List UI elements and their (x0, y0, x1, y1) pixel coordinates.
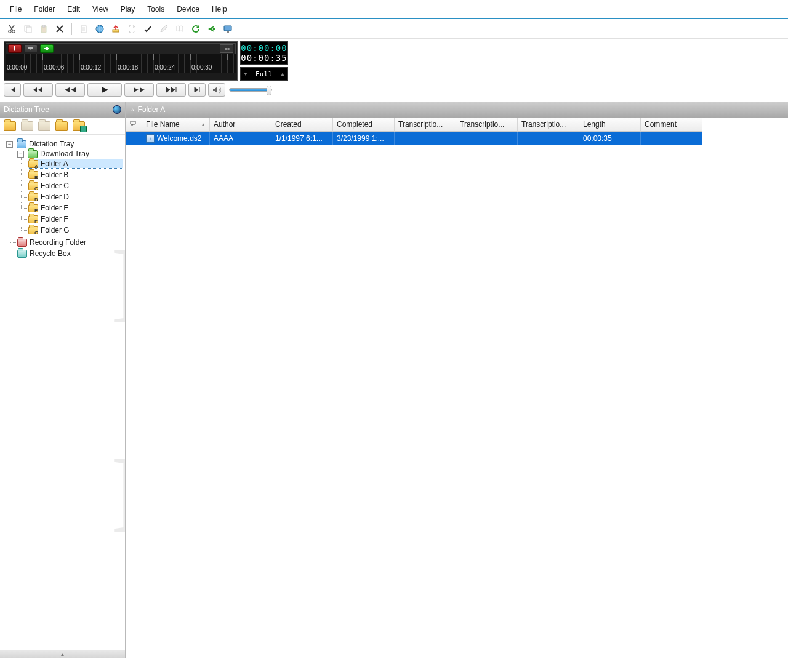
tree-label: Folder F (41, 215, 68, 223)
upload-icon[interactable] (109, 22, 123, 36)
tray-icon (17, 140, 26, 148)
volume-thumb[interactable] (267, 86, 271, 95)
check-icon[interactable] (141, 22, 155, 36)
tree-node-folder-c[interactable]: CFolder C (28, 182, 123, 190)
ruler-tick: 0:00:18 (116, 64, 153, 73)
col-flag[interactable] (126, 118, 142, 132)
separator (71, 23, 72, 35)
index-marker-button[interactable] (40, 44, 54, 53)
menu-edit[interactable]: Edit (61, 2, 86, 16)
ruler-tick: 0:00:06 (42, 64, 79, 73)
col-created[interactable]: Created (271, 118, 333, 132)
row-t3[interactable] (518, 132, 579, 145)
col-comment[interactable]: Comment (641, 118, 702, 132)
tree-label: Dictation Tray (29, 140, 74, 148)
menu-tools[interactable]: Tools (141, 2, 171, 16)
rewind-button[interactable] (55, 83, 85, 97)
menu-play[interactable]: Play (115, 2, 141, 16)
row-length[interactable]: 00:00:35 (579, 132, 641, 145)
forward-button[interactable] (124, 83, 154, 97)
folder-open-icon[interactable] (4, 121, 16, 131)
folder-icon[interactable] (55, 121, 68, 131)
content-panel: « Folder A File Name▲ Author Created Com… (126, 102, 788, 658)
zoom-full-button[interactable]: ▼ Full ▲ (240, 67, 288, 81)
tree-node-folder-g[interactable]: GFolder G (28, 226, 123, 234)
menu-folder[interactable]: Folder (28, 2, 61, 16)
row-created[interactable]: 1/1/1997 6:1... (271, 132, 333, 145)
tree-node-folder-e[interactable]: EFolder E (28, 204, 123, 212)
folder-icon: F (28, 215, 38, 223)
tree-label: Folder D (41, 193, 69, 201)
paste-icon[interactable] (37, 22, 50, 36)
refresh-tree-icon[interactable] (113, 105, 121, 114)
row-file-name[interactable]: ♪Welcome.ds2 (142, 132, 210, 145)
tree-node-folder-a[interactable]: AFolder A (28, 159, 123, 168)
tree-node-dictation-tray[interactable]: − Dictation Tray (6, 140, 123, 148)
screen-icon[interactable] (221, 22, 235, 36)
row-t1[interactable] (395, 132, 456, 145)
menu-file[interactable]: File (4, 2, 28, 16)
row-flag[interactable] (126, 132, 142, 145)
col-author[interactable]: Author (210, 118, 271, 132)
svg-point-0 (9, 30, 12, 33)
col-length[interactable]: Length (579, 118, 641, 132)
delete-icon[interactable] (53, 22, 66, 36)
sidebar-collapse-handle[interactable]: ▲ (0, 650, 125, 658)
audio-file-icon: ♪ (146, 134, 155, 143)
col-transcription-3[interactable]: Transcriptio... (518, 118, 579, 132)
row-completed[interactable]: 3/23/1999 1:... (333, 132, 395, 145)
tree-label: Folder A (41, 159, 68, 168)
menu-view[interactable]: View (86, 2, 115, 16)
edit-icon[interactable] (157, 22, 171, 36)
zoom-out-icon: ▲ (280, 71, 285, 77)
tree-label: Download Tray (40, 150, 89, 158)
folder-dim-icon[interactable] (21, 121, 33, 131)
play-button[interactable] (87, 83, 122, 97)
volume-slider[interactable] (229, 88, 272, 92)
collapse-icon[interactable]: − (17, 151, 24, 158)
sidebar-header: Dictation Tree (0, 102, 125, 118)
tree-node-folder-d[interactable]: DFolder D (28, 193, 123, 201)
convert-icon[interactable] (125, 22, 139, 36)
timeline-ruler[interactable]: 0:00:00 0:00:06 0:00:12 0:00:18 0:00:24 … (6, 54, 236, 73)
collapse-left-icon[interactable]: « (131, 106, 133, 113)
refresh-icon[interactable] (189, 22, 203, 36)
send-icon[interactable] (205, 22, 219, 36)
copy-icon[interactable] (21, 22, 34, 36)
intranet-icon[interactable] (93, 22, 107, 36)
zoom-label: Full (255, 71, 273, 78)
skip-end-button[interactable] (188, 83, 206, 97)
folder-dim-icon[interactable] (38, 121, 50, 131)
col-transcription-1[interactable]: Transcriptio... (395, 118, 456, 132)
tree-node-recycle-box[interactable]: Recycle Box (17, 249, 123, 258)
flag-icon (130, 121, 137, 128)
dictation-tree: − Dictation Tray − Download Tray (0, 135, 125, 650)
tree-node-folder-f[interactable]: FFolder F (28, 215, 123, 223)
lock-icon[interactable]: ⫘ (220, 44, 233, 53)
tree-node-folder-b[interactable]: BFolder B (28, 170, 123, 179)
prev-index-button[interactable] (23, 83, 53, 97)
book-icon[interactable] (173, 22, 187, 36)
next-index-button[interactable] (156, 83, 186, 97)
tree-node-download-tray[interactable]: − Download Tray (17, 150, 123, 158)
timeline-panel: ⫘ 0:00:00 0:00:06 0:00:12 0:00:18 0:00:2… (4, 41, 238, 81)
col-transcription-2[interactable]: Transcriptio... (456, 118, 518, 132)
row-t2[interactable] (456, 132, 518, 145)
ruler-tick: 0:00:30 (190, 64, 227, 73)
tree-label: Folder E (41, 204, 68, 212)
row-comment[interactable] (641, 132, 702, 145)
new-dictation-icon[interactable] (77, 22, 90, 36)
tree-node-recording-folder[interactable]: Recording Folder (17, 238, 123, 247)
comment-marker-button[interactable] (24, 44, 38, 53)
menu-help[interactable]: Help (206, 2, 233, 16)
priority-marker-button[interactable] (8, 44, 22, 53)
skip-start-button[interactable] (4, 83, 21, 97)
col-completed[interactable]: Completed (333, 118, 395, 132)
col-file-name[interactable]: File Name▲ (142, 118, 210, 132)
collapse-icon[interactable]: − (6, 141, 13, 148)
volume-icon[interactable] (208, 83, 225, 97)
row-author[interactable]: AAAA (210, 132, 271, 145)
menu-device[interactable]: Device (171, 2, 206, 16)
cut-icon[interactable] (5, 22, 18, 36)
folder-new-icon[interactable] (73, 121, 85, 131)
